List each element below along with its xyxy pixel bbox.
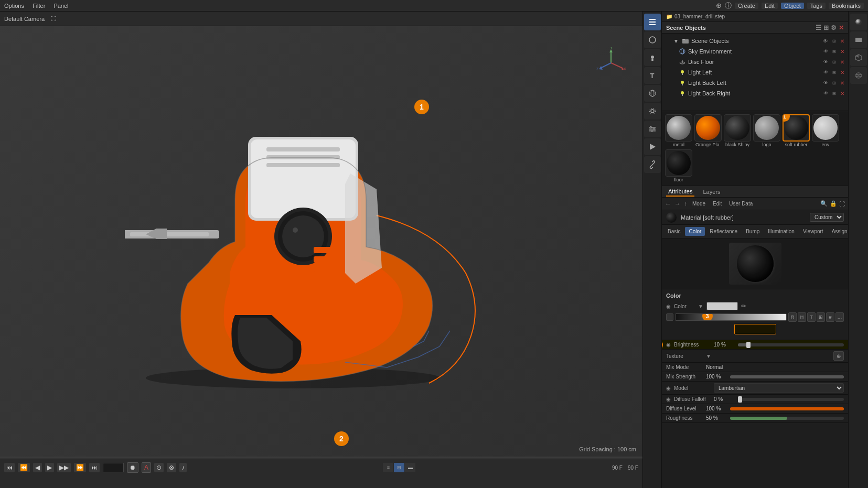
scene-item-disc-more[interactable]: ⊞ [830,58,838,66]
scene-item-light-back-right-more[interactable]: ⊞ [830,90,838,97]
mat-tab-basic[interactable]: Basic [664,227,684,236]
scene-item-light-back-left-more[interactable]: ⊞ [830,79,838,86]
attr-mode-btn[interactable]: Mode [690,200,708,207]
btn-auto-key[interactable]: A [142,462,151,473]
channel-h[interactable]: H [798,312,806,322]
attr-nav-up[interactable]: ↑ [684,200,687,208]
mat-tab-illumination[interactable]: Illumination [764,227,798,236]
mat-tab-viewport[interactable]: Viewport [799,227,827,236]
btn-grid-view[interactable]: ⊞ [394,463,404,472]
scene-icon-3[interactable]: ⚙ [831,24,837,31]
menu-object[interactable]: Object [781,3,804,9]
tab-layers[interactable]: Layers [701,188,722,196]
mat-tab-reflectance[interactable]: Reflectance [706,227,741,236]
btn-play[interactable]: ▶ [45,463,54,472]
scene-item-disc[interactable]: Disc Floor 👁 ⊞ ✕ [662,57,848,67]
channel-square[interactable]: ⊞ [817,312,825,322]
channel-t[interactable]: T [807,312,816,322]
scene-item-sky-delete[interactable]: ✕ [839,48,846,55]
btn-material-manager[interactable] [644,31,661,48]
material-thumb-orange[interactable]: Orange Pla. [694,114,722,147]
channel-dots[interactable]: … [835,312,844,322]
diffuse-level-slider[interactable] [730,407,844,410]
scene-item-sky-eye[interactable]: 👁 [822,48,829,55]
btn-plane-preview[interactable] [850,31,867,48]
material-thumb-env[interactable]: env [812,114,839,147]
texture-add-btn[interactable]: ⊕ [833,351,844,361]
attr-edit-btn[interactable]: Edit [711,200,724,207]
attr-search-icon[interactable]: 🔍 [820,200,828,207]
btn-settings2[interactable] [644,121,661,137]
menu-bookmarks[interactable]: Bookmarks [829,3,864,9]
btn-gear[interactable] [644,103,661,120]
hex-input[interactable]: CCCCCC [734,324,776,334]
scene-item-root-eye[interactable]: 👁 [822,37,829,45]
attr-user-data-btn[interactable]: User Data [727,200,755,207]
scene-item-light-back-left-delete[interactable]: ✕ [839,79,846,86]
channel-hash[interactable]: # [826,312,834,322]
btn-timeline-view[interactable]: ▬ [405,463,415,472]
viewport-canvas[interactable]: Y X Z [0,26,642,457]
scene-item-sky[interactable]: Sky Environment 👁 ⊞ ✕ [662,46,848,57]
toolbar-icon-info[interactable]: ⓘ [725,1,732,10]
material-type-dropdown[interactable]: Custom [810,213,844,222]
btn-text[interactable]: T [644,67,661,84]
menu-item-panel[interactable]: Panel [53,3,68,9]
scene-item-light-back-right-eye[interactable]: 👁 [822,90,829,97]
menu-item-filter[interactable]: Filter [33,3,45,9]
scene-item-light-back-left-eye[interactable]: 👁 [822,79,829,86]
color-swatch-white[interactable] [706,302,738,310]
mat-tab-color[interactable]: Color [685,227,705,236]
btn-prev-key[interactable]: ⏪ [18,463,30,472]
btn-cylinder-preview[interactable] [850,67,867,84]
btn-cube-preview[interactable] [850,49,867,66]
material-thumb-floor[interactable]: floor [665,149,692,182]
roughness-slider[interactable] [730,417,844,420]
diffuse-falloff-slider[interactable] [738,398,844,401]
color-arrow[interactable]: ▼ [698,303,703,309]
current-frame-input[interactable]: 0 F [103,463,124,472]
scene-icon-1[interactable]: ☰ [816,24,821,31]
material-thumb-black-shiny[interactable]: black Shiny [724,114,751,147]
btn-link[interactable] [644,156,661,173]
color-edit-icon[interactable]: ✏ [741,302,746,310]
mix-strength-slider[interactable] [730,375,844,378]
material-thumb-metal[interactable]: metal [665,114,692,147]
model-dropdown[interactable]: Lambertian [714,383,844,393]
scene-icon-2[interactable]: ⊞ [823,24,829,31]
material-thumb-soft-rubber[interactable]: 1 soft rubber [783,114,810,147]
attr-nav-forward[interactable]: → [674,200,681,208]
scene-item-light-left[interactable]: Light Left 👁 ⊞ ✕ [662,67,848,78]
btn-next-key[interactable]: ⏩ [74,463,86,472]
scene-item-light-back-right-delete[interactable]: ✕ [839,90,846,97]
mat-tab-bump[interactable]: Bump [742,227,763,236]
channel-r[interactable]: R [788,312,797,322]
attr-nav-back[interactable]: ← [665,200,671,208]
menu-item-options[interactable]: Options [4,3,24,9]
btn-sound[interactable]: ♪ [179,463,187,472]
scene-item-sky-more[interactable]: ⊞ [830,48,838,55]
btn-list-view[interactable]: ≡ [383,463,393,472]
scene-item-disc-eye[interactable]: 👁 [822,58,829,66]
btn-next-frame[interactable]: ▶▶ [57,463,71,472]
attr-lock-icon[interactable]: 🔒 [830,200,837,207]
color-gradient-bar[interactable]: 3 [675,313,787,321]
mat-tab-assign[interactable]: Assign [828,227,848,236]
btn-timeline-mode[interactable]: ⊙ [154,463,164,472]
btn-object-manager[interactable] [644,14,661,30]
scene-item-light-back-right[interactable]: Light Back Right 👁 ⊞ ✕ [662,88,848,99]
tab-attributes[interactable]: Attributes [666,187,694,197]
toolbar-icon-new[interactable]: ⊕ [716,2,722,9]
scene-item-light-left-eye[interactable]: 👁 [822,69,829,76]
btn-render[interactable] [644,138,661,155]
scene-item-disc-delete[interactable]: ✕ [839,58,846,66]
attr-fullscreen-icon[interactable]: ⛶ [839,201,845,207]
btn-motion-mode[interactable]: ⊗ [167,463,176,472]
btn-env[interactable] [644,85,661,102]
menu-create[interactable]: Create [735,3,758,9]
scene-icon-4[interactable]: ✕ [839,24,844,31]
brightness-slider[interactable] [738,343,844,346]
btn-go-start[interactable]: ⏮ [4,463,15,472]
btn-light[interactable] [644,49,661,66]
viewport-expand-icon[interactable]: ⛶ [51,16,56,21]
